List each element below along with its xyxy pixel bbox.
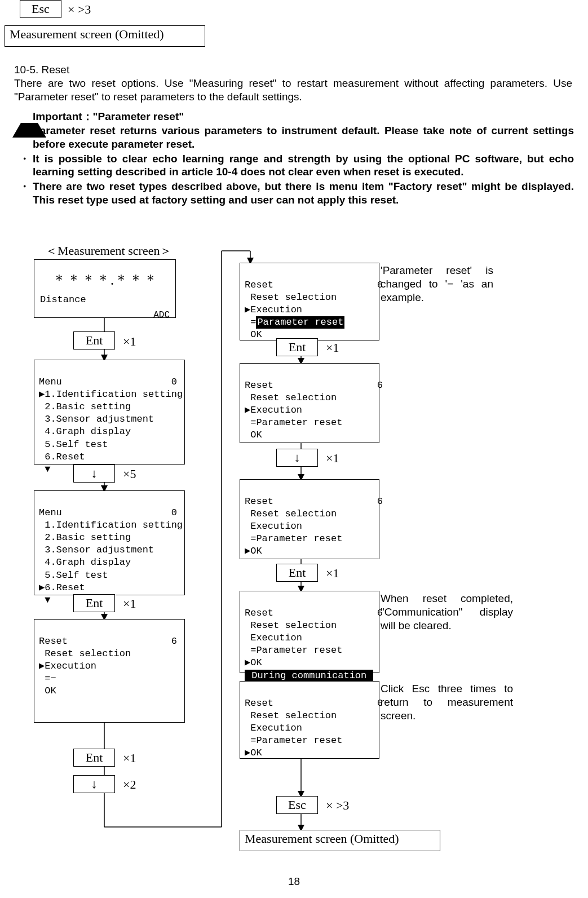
down-count-5: ×5 — [123, 467, 136, 481]
page-number: 18 — [0, 875, 588, 888]
note-1: 'Parameter reset' is changed to '− 'as a… — [381, 264, 493, 304]
reset-box-r2: Reset 6 Reset selection ▶Execution =Para… — [240, 363, 379, 443]
down-key-2: ↓ — [73, 775, 115, 793]
important-bullet-1: ・Parameter reset returns various paramet… — [16, 124, 574, 151]
ent-key-r1: Ent — [276, 338, 318, 356]
esc-count: × >3 — [68, 2, 91, 17]
measurement-label: Distance — [40, 294, 86, 306]
reset-box-r4: Reset 6 Reset selection Execution =Param… — [240, 591, 379, 673]
section-intro: There are two reset options. Use "Measur… — [14, 77, 572, 104]
down-count-r1: ×1 — [326, 451, 339, 466]
esc-count-r: × >3 — [326, 798, 349, 813]
esc-key: Esc — [20, 0, 61, 18]
measurement-value: ＊＊＊＊.＊＊＊ — [34, 270, 175, 290]
note-3: Click Esc three times to return to measu… — [381, 682, 513, 722]
down-key-r1: ↓ — [276, 449, 318, 467]
ent-key-2: Ent — [73, 594, 115, 612]
down-key-1: ↓ — [73, 465, 115, 483]
ent-count-r1: ×1 — [326, 340, 339, 355]
menu-box-2: Menu 0 1.Identification setting 2.Basic … — [34, 490, 185, 595]
ent-key-r2: Ent — [276, 564, 318, 582]
note-2: When reset completed, "Communication" di… — [381, 592, 513, 632]
measurement-screen-omitted-top: Measurement screen (Omitted) — [5, 25, 205, 47]
ent-count-1: ×1 — [123, 334, 136, 349]
measurement-screen-omitted-bottom: Measurement screen (Omitted) — [240, 830, 440, 851]
reset-box-left: Reset 6 Reset selection ▶Execution =− OK — [34, 619, 185, 723]
menu-box-1: Menu 0 ▶1.Identification setting 2.Basic… — [34, 360, 185, 465]
down-count-2: ×2 — [123, 777, 136, 792]
reset-box-r1: Reset 6 Reset selection ▶Execution =Para… — [240, 263, 379, 340]
ent-count-2: ×1 — [123, 596, 136, 611]
ent-count-r2: ×1 — [326, 566, 339, 581]
ent-count-3: ×1 — [123, 751, 136, 766]
measurement-indicator: ADC — [153, 309, 170, 321]
important-bullet-2: ・It is possible to clear echo learning r… — [16, 152, 574, 179]
reset-box-r5: Reset 6 Reset selection Execution =Param… — [240, 681, 379, 759]
ent-key-1: Ent — [73, 331, 115, 350]
section-heading: 10-5. Reset — [14, 63, 572, 77]
important-title: Important："Parameter reset" — [33, 110, 184, 123]
important-bullet-3: ・There are two reset types described abo… — [16, 180, 574, 207]
ent-key-3: Ent — [73, 749, 115, 767]
esc-key-r: Esc — [276, 796, 318, 814]
measurement-screen-box: ＊＊＊＊.＊＊＊ Distance ADC — [34, 259, 176, 318]
reset-box-r3: Reset 6 Reset selection Execution =Param… — [240, 479, 379, 559]
measurement-screen-title: ＜Measurement screen＞ — [45, 242, 172, 259]
